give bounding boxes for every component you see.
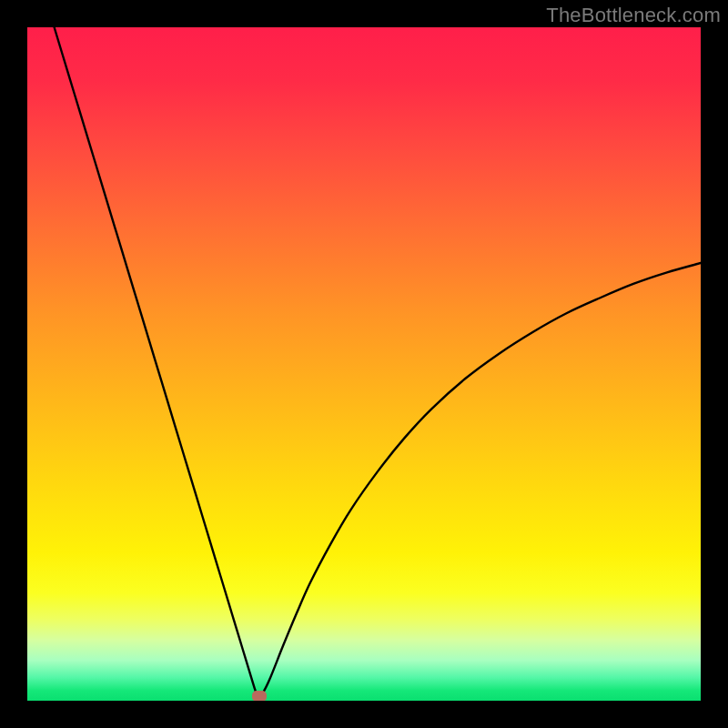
bottleneck-curve (55, 27, 701, 696)
curve-layer (27, 27, 701, 701)
chart-frame: TheBottleneck.com (0, 0, 728, 728)
plot-area (27, 27, 701, 701)
watermark-text: TheBottleneck.com (546, 4, 721, 27)
optimal-point-marker (252, 691, 267, 701)
